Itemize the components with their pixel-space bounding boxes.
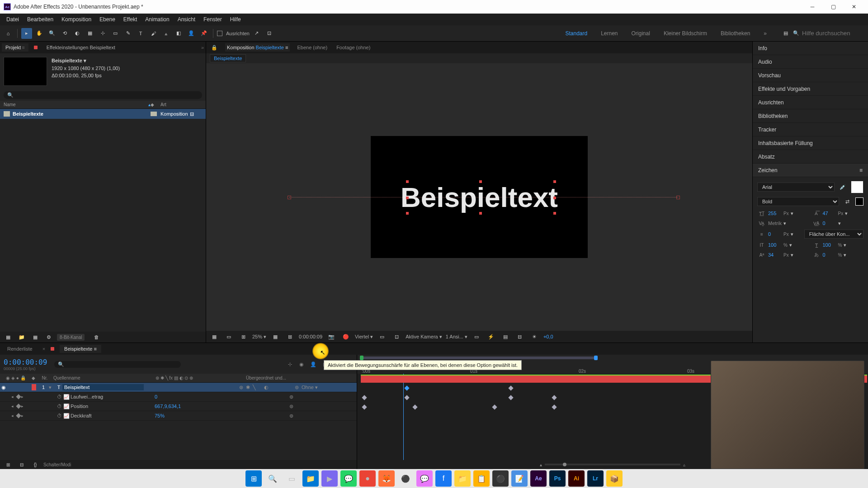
workspace-overflow-icon[interactable]: ▤ xyxy=(780,28,791,39)
views-dropdown[interactable]: 1 Ansi... ▾ xyxy=(446,334,467,340)
toggle-icon[interactable]: ⊡ xyxy=(391,331,402,342)
illustrator-icon[interactable]: Ai xyxy=(568,470,585,487)
menu-datei[interactable]: Datei xyxy=(3,15,23,24)
path-handle[interactable] xyxy=(676,196,680,199)
composition-viewer[interactable]: Beispieltext xyxy=(206,63,752,331)
comp-tab[interactable]: Komposition Beispieltexte ≡ xyxy=(225,43,290,52)
keyframe[interactable] xyxy=(412,404,417,409)
keyframe[interactable] xyxy=(552,395,557,400)
clone-tool-icon[interactable]: ⟁ xyxy=(160,28,171,39)
prev-key-icon[interactable]: ◂ xyxy=(11,404,16,408)
bit-depth-label[interactable]: 8-Bit-Kanal xyxy=(57,334,85,341)
toggle-switches-icon[interactable]: ⊞ xyxy=(3,459,14,470)
taskbar-search-icon[interactable]: 🔍 xyxy=(264,470,281,487)
snap-grid-icon[interactable]: ⊡ xyxy=(264,28,275,39)
time-display[interactable]: 0:00:00:09 xyxy=(299,334,322,339)
pan-behind-tool-icon[interactable]: ⊹ xyxy=(97,28,108,39)
app-icon[interactable]: ▶ xyxy=(321,470,338,487)
mag-icon[interactable]: ▭ xyxy=(223,331,234,342)
app-icon[interactable]: ⚫ xyxy=(397,470,414,487)
selection-handle[interactable] xyxy=(553,212,556,215)
flowchart-icon[interactable]: ⊟ xyxy=(514,331,525,342)
label-color[interactable] xyxy=(32,384,36,390)
menu-effekt[interactable]: Effekt xyxy=(120,15,141,24)
fast-preview-icon[interactable]: ⚡ xyxy=(486,331,496,342)
hscale-value[interactable]: 100 xyxy=(823,242,836,248)
shy-icon[interactable]: 👤 xyxy=(309,360,318,368)
keyframe[interactable] xyxy=(492,404,497,409)
prev-key-icon[interactable]: ◂ xyxy=(11,394,16,399)
grid-icon[interactable]: ⊞ xyxy=(284,331,295,342)
hand-tool-icon[interactable]: ✋ xyxy=(34,28,45,39)
expression-icon[interactable]: ⊚ xyxy=(289,404,293,409)
panel-tracker[interactable]: Tracker xyxy=(753,123,868,136)
menu-bearbeiten[interactable]: Bearbeiten xyxy=(24,15,57,24)
roi-icon[interactable]: ▭ xyxy=(377,331,387,342)
leading-value[interactable]: 47 xyxy=(823,211,836,216)
pen-tool-icon[interactable]: ✎ xyxy=(123,28,133,39)
layer-row[interactable]: ◉ 1 ▾ T Beispieltext ⊛✱╲◐⊚Ohne ▾ xyxy=(0,383,357,392)
app-icon[interactable]: 📝 xyxy=(511,470,528,487)
firefox-icon[interactable]: 🦊 xyxy=(378,470,395,487)
alpha-icon[interactable]: ▦ xyxy=(209,331,220,342)
minimize-button[interactable]: ─ xyxy=(802,0,823,14)
panel-zeichen[interactable]: Zeichen≡ xyxy=(753,164,868,177)
label-col-icon[interactable]: ◆ xyxy=(151,102,157,107)
workspace-kleiner[interactable]: Kleiner Bildschirm xyxy=(661,28,710,38)
selection-handle[interactable] xyxy=(406,212,409,215)
exposure-reset-icon[interactable]: ☀ xyxy=(529,331,540,342)
zoom-tool-icon[interactable]: 🔍 xyxy=(47,28,57,39)
tab-close-icon[interactable]: × xyxy=(42,346,45,352)
prev-key-icon[interactable]: ◂ xyxy=(11,413,16,418)
property-row[interactable]: ◂▸ ⏱ 📈 Deckkraft 75% ⊚ xyxy=(0,411,357,421)
camera-tool-icon[interactable]: ▦ xyxy=(85,28,95,39)
help-search-input[interactable] xyxy=(802,30,865,37)
keyframe[interactable] xyxy=(552,404,557,409)
property-row[interactable]: ◂▸ ⏱ 📈 Laufwei...etrag 0 ⊚ xyxy=(0,392,357,402)
explorer-icon[interactable]: 📁 xyxy=(454,470,471,487)
trash-icon[interactable]: 🗑 xyxy=(91,332,102,343)
switches-modes-toggle[interactable]: Schalter/Modi xyxy=(43,462,71,467)
stroke-value[interactable]: 0 xyxy=(768,231,782,237)
new-folder-icon[interactable]: 📁 xyxy=(16,332,27,343)
panel-info[interactable]: Info xyxy=(753,42,868,55)
settings-icon[interactable]: ⚙ xyxy=(43,332,54,343)
menu-komposition[interactable]: Komposition xyxy=(58,15,95,24)
obs-icon[interactable]: ⚫ xyxy=(492,470,509,487)
twirl-icon[interactable]: ▾ xyxy=(49,385,55,390)
vscale-value[interactable]: 100 xyxy=(768,242,782,248)
workspace-standard[interactable]: Standard xyxy=(562,28,590,38)
property-row[interactable]: ◂▸ ⏱ 📈 Position 667,9,634,1 ⊚ xyxy=(0,402,357,411)
work-area-bar[interactable] xyxy=(361,357,596,359)
messenger-icon[interactable]: 💬 xyxy=(416,470,433,487)
draft3d-icon[interactable]: ◉ xyxy=(297,360,306,368)
close-button[interactable]: ✕ xyxy=(844,0,864,14)
font-size-value[interactable]: 255 xyxy=(768,211,782,216)
app-icon[interactable]: ● xyxy=(359,470,376,487)
fill-color-swatch[interactable] xyxy=(851,181,863,193)
workspace-original[interactable]: Original xyxy=(629,28,653,38)
zoom-in-icon[interactable]: ▵ xyxy=(683,462,685,467)
selection-handle[interactable] xyxy=(553,197,556,199)
panel-audio[interactable]: Audio xyxy=(753,55,868,69)
comp-thumbnail[interactable] xyxy=(4,57,47,86)
after-effects-icon[interactable]: Ae xyxy=(530,470,547,487)
comp-breadcrumb[interactable]: Beispieltexte xyxy=(210,54,246,62)
maximize-button[interactable]: ▢ xyxy=(823,0,844,14)
task-view-icon[interactable]: ▭ xyxy=(283,470,300,487)
tracking-value[interactable]: 0 xyxy=(823,221,836,226)
panel-ausrichten[interactable]: Ausrichten xyxy=(753,96,868,109)
selection-handle[interactable] xyxy=(406,197,409,199)
eraser-tool-icon[interactable]: ◧ xyxy=(173,28,184,39)
zoom-slider-handle[interactable] xyxy=(563,463,566,466)
panel-effekte[interactable]: Effekte und Vorgaben xyxy=(753,82,868,96)
selection-handle[interactable] xyxy=(406,180,409,183)
label-swatch[interactable] xyxy=(151,112,157,116)
facebook-icon[interactable]: f xyxy=(435,470,452,487)
baseline-value[interactable]: 34 xyxy=(768,252,782,258)
menu-animation[interactable]: Animation xyxy=(142,15,173,24)
selection-handle[interactable] xyxy=(479,180,482,183)
home-icon[interactable]: ⌂ xyxy=(3,28,14,39)
path-handle[interactable] xyxy=(288,196,291,199)
canvas[interactable]: Beispieltext xyxy=(371,136,588,258)
